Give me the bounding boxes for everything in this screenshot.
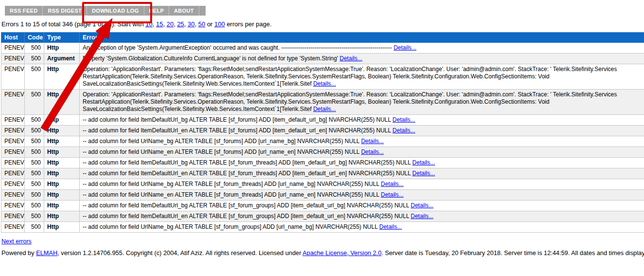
error-cell: Property 'System.Globalization.CultureIn… (80, 54, 644, 64)
details-link[interactable]: Details... (412, 159, 435, 166)
error-text: -- add column for field UrlName_en ALTER… (83, 148, 644, 156)
page-size-link-15[interactable]: 15 (156, 20, 163, 28)
type-cell: Http (44, 64, 80, 90)
tab-rss-feed[interactable]: RSS FEED (5, 6, 42, 16)
code-cell: 500 (25, 190, 44, 201)
error-row: PENEV500HttpAn exception of type 'System… (1, 43, 644, 54)
host-cell: PENEV (1, 126, 25, 136)
code-cell: 500 (25, 126, 44, 136)
error-cell: Operation: 'ApplicationRestart'. Paramet… (80, 90, 644, 115)
page-size-link-10[interactable]: 10 (145, 20, 152, 28)
code-cell: 500 (25, 222, 44, 233)
tab-download-log[interactable]: DOWNLOAD LOG (87, 6, 143, 16)
error-cell: An exception of type 'System.ArgumentExc… (80, 43, 644, 54)
code-cell: 500 (25, 147, 44, 158)
type-cell: Http (44, 115, 80, 126)
page-size-link-30[interactable]: 30 (188, 20, 194, 28)
details-link[interactable]: Details... (411, 202, 434, 209)
host-cell: PENEV (1, 158, 25, 168)
pager-suffix: errors per page. (225, 20, 272, 28)
type-cell: Http (44, 168, 80, 179)
column-header-type: Type (44, 33, 80, 43)
type-cell: Http (44, 222, 80, 233)
error-cell: Operation: 'ApplicationRestart'. Paramet… (80, 64, 644, 90)
error-text: RestartApplication(Telerik.Sitefinity.Se… (83, 98, 644, 106)
error-row: PENEV500HttpOperation: 'ApplicationResta… (1, 90, 644, 115)
host-cell: PENEV (1, 168, 25, 179)
page-size-link-100[interactable]: 100 (214, 20, 225, 28)
apache-license-link[interactable]: Apache License, Version 2.0 (303, 249, 382, 257)
error-cell: -- add column for field UrlName_bg ALTER… (80, 222, 644, 233)
code-cell: 500 (25, 115, 44, 126)
table-header-row: HostCodeTypeError (1, 33, 644, 43)
host-cell: PENEV (1, 211, 25, 222)
details-link[interactable]: Details... (361, 148, 384, 155)
error-text: -- add column for field UrlName_en ALTER… (83, 191, 644, 199)
error-text: SaveLocalizationBasicSettings(Telerik.Si… (83, 80, 644, 88)
code-cell: 500 (25, 90, 44, 115)
error-row: PENEV500Http-- add column for field Item… (1, 201, 644, 211)
elmah-error-log-page: RSS FEEDRSS DIGESTDOWNLOAD LOGHELPABOUT … (0, 0, 644, 276)
code-cell: 500 (25, 64, 44, 90)
details-link[interactable]: Details... (361, 138, 384, 145)
details-link[interactable]: Details... (381, 191, 404, 198)
host-cell: PENEV (1, 43, 25, 54)
code-cell: 500 (25, 211, 44, 222)
details-link[interactable]: Details... (313, 80, 336, 87)
details-link[interactable]: Details... (393, 127, 416, 134)
tab-about[interactable]: ABOUT (169, 6, 199, 16)
error-row: PENEV500Http-- add column for field Item… (1, 115, 644, 126)
next-errors-link[interactable]: Next errors (1, 238, 32, 245)
details-link[interactable]: Details... (393, 116, 416, 123)
host-cell: PENEV (1, 64, 25, 90)
host-cell: PENEV (1, 115, 25, 126)
type-cell: Http (44, 158, 80, 168)
column-header-code: Code (25, 33, 44, 43)
host-cell: PENEV (1, 179, 25, 190)
type-cell: Http (44, 201, 80, 211)
code-cell: 500 (25, 54, 44, 64)
error-text: RestartApplication(Telerik.Sitefinity.Se… (83, 73, 644, 80)
code-cell: 500 (25, 179, 44, 190)
error-text: Property 'System.Globalization.CultureIn… (83, 55, 644, 62)
error-cell: -- add column for field UrlName_bg ALTER… (80, 136, 644, 147)
host-cell: PENEV (1, 190, 25, 201)
error-text: -- add column for field UrlName_bg ALTER… (83, 138, 644, 145)
details-link[interactable]: Details... (340, 55, 363, 62)
error-text: An exception of type 'System.ArgumentExc… (83, 44, 644, 52)
details-link[interactable]: Details... (381, 181, 404, 187)
error-text: -- add column for field ItemDefaultUrl_e… (83, 170, 644, 177)
error-text: Operation: 'ApplicationRestart'. Paramet… (83, 66, 644, 73)
tab-help[interactable]: HELP (144, 6, 169, 16)
pager-summary: Errors 1 to 15 of total 346 (page 1 of 2… (1, 20, 145, 28)
error-cell: -- add column for field ItemDefaultUrl_b… (80, 158, 644, 168)
error-cell: -- add column for field UrlName_en ALTER… (80, 190, 644, 201)
page-size-link-50[interactable]: 50 (198, 20, 205, 28)
error-text: -- add column for field ItemDefaultUrl_e… (83, 127, 644, 134)
details-link[interactable]: Details... (412, 170, 435, 177)
error-row: PENEV500Http-- add column for field Item… (1, 211, 644, 222)
host-cell: PENEV (1, 147, 25, 158)
error-row: PENEV500HttpOperation: 'ApplicationResta… (1, 64, 644, 90)
details-link[interactable]: Details... (411, 213, 434, 220)
elmah-link[interactable]: ELMAH (36, 249, 57, 257)
error-table: HostCodeTypeError PENEV500HttpAn excepti… (1, 32, 644, 233)
error-cell: -- add column for field ItemDefaultUrl_e… (80, 211, 644, 222)
error-text: -- add column for field UrlName_bg ALTER… (83, 223, 644, 231)
error-cell: -- add column for field ItemDefaultUrl_e… (80, 126, 644, 136)
type-cell: Http (44, 211, 80, 222)
tab-label: RSS FEED (10, 8, 37, 14)
error-row: PENEV500Http-- add column for field UrlN… (1, 147, 644, 158)
details-link[interactable]: Details... (379, 223, 402, 230)
error-row: PENEV500Http-- add column for field Item… (1, 126, 644, 136)
page-size-link-25[interactable]: 25 (177, 20, 184, 28)
page-size-link-20[interactable]: 20 (167, 20, 174, 28)
tab-rss-digest[interactable]: RSS DIGEST (42, 6, 87, 16)
error-pager: Errors 1 to 15 of total 346 (page 1 of 2… (1, 20, 644, 28)
footer-text-1: Powered by (1, 249, 36, 257)
type-cell: Http (44, 147, 80, 158)
error-cell: -- add column for field UrlName_bg ALTER… (80, 179, 644, 190)
details-link[interactable]: Details... (394, 44, 417, 51)
details-link[interactable]: Details... (313, 106, 336, 112)
error-row: PENEV500ArgumentProperty 'System.Globali… (1, 54, 644, 64)
